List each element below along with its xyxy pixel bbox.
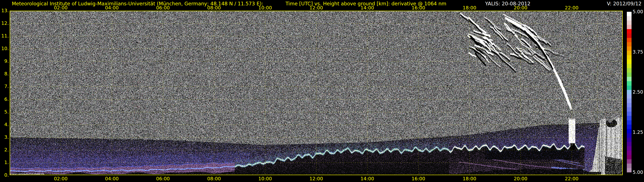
y-axis-label: 9. xyxy=(0,58,9,64)
colorbar-segment xyxy=(627,146,632,151)
x-axis-label-top: 02:00 xyxy=(48,5,74,10)
colorbar-segment xyxy=(627,151,632,155)
x-axis-label-bottom: 06:00 xyxy=(150,176,176,181)
x-axis-label-bottom: 10:00 xyxy=(252,176,278,181)
colorbar-segment xyxy=(627,125,632,129)
colorbar-label: 5.00 xyxy=(632,170,643,175)
colorbar-segment xyxy=(627,77,632,81)
colorbar-segment xyxy=(627,25,632,29)
colorbar-segment xyxy=(627,98,632,103)
y-axis-label: 13. xyxy=(0,8,9,13)
colorbar-segment xyxy=(627,164,632,168)
colorbar-label: 5.00 xyxy=(632,9,643,14)
x-axis-label-bottom: 16:00 xyxy=(406,176,431,181)
lidar-quicklook: Meteorological Institute of Ludwig-Maxim… xyxy=(0,0,644,182)
colorbar-segment xyxy=(627,73,632,77)
colorbar-segment xyxy=(627,142,632,146)
colorbar-segment xyxy=(627,38,632,42)
colorbar-segment xyxy=(627,51,632,55)
x-axis-label-bottom: 22:00 xyxy=(559,176,584,181)
y-axis-label: 2. xyxy=(0,147,9,153)
x-axis-label-top: 10:00 xyxy=(252,5,278,10)
lidar-heatmap-canvas xyxy=(10,11,623,175)
y-axis-label: 1. xyxy=(0,160,9,165)
x-axis-label-top: 04:00 xyxy=(99,5,125,10)
colorbar-segment xyxy=(627,42,632,46)
colorbar-segment xyxy=(627,55,632,60)
colorbar-segment xyxy=(627,12,632,16)
colorbar-label: 2.50 xyxy=(632,89,643,95)
colorbar-segment xyxy=(627,33,632,38)
colorbar-segment xyxy=(627,46,632,51)
x-axis-label-top: 22:00 xyxy=(559,5,584,10)
colorbar-segment xyxy=(627,94,632,98)
y-axis-label: 6. xyxy=(0,96,9,102)
colorbar-label: 1.25 xyxy=(632,130,643,135)
colorbar-segment xyxy=(627,155,632,159)
colorbar-segment xyxy=(627,103,632,107)
y-axis-label: 7. xyxy=(0,84,9,89)
x-axis-label-bottom: 12:00 xyxy=(303,176,329,181)
colorbar-segment xyxy=(627,20,632,25)
x-axis-label-top: 16:00 xyxy=(406,5,431,10)
y-axis-label: 10. xyxy=(0,46,9,51)
x-axis-label-top: 20:00 xyxy=(508,5,534,10)
colorbar xyxy=(627,12,632,172)
colorbar-segment xyxy=(627,81,632,86)
y-axis-label: 4. xyxy=(0,122,9,127)
y-axis-label: 8. xyxy=(0,71,9,77)
x-axis-label-top: 06:00 xyxy=(150,5,176,10)
y-axis-label: 5. xyxy=(0,109,9,115)
y-axis-label: 12. xyxy=(0,20,9,26)
colorbar-segment xyxy=(627,68,632,72)
colorbar-segment xyxy=(627,60,632,64)
colorbar-segment xyxy=(627,120,632,125)
x-axis-label-bottom: 04:00 xyxy=(99,176,125,181)
colorbar-segment xyxy=(627,129,632,133)
colorbar-label: 3.75 xyxy=(632,49,643,55)
colorbar-segment xyxy=(627,90,632,94)
x-axis-label-bottom: 18:00 xyxy=(456,176,482,181)
colorbar-segment xyxy=(627,111,632,116)
colorbar-segment xyxy=(627,16,632,20)
colorbar-segment xyxy=(627,116,632,120)
y-axis-label: 3. xyxy=(0,134,9,140)
colorbar-segment xyxy=(627,168,632,172)
version-label: V: 2012/09/12 xyxy=(607,1,642,6)
colorbar-segment xyxy=(627,138,632,142)
colorbar-segment xyxy=(627,159,632,164)
x-axis-label-top: 14:00 xyxy=(354,5,380,10)
colorbar-segment xyxy=(627,64,632,68)
x-axis-label-bottom: 14:00 xyxy=(354,176,380,181)
y-axis-label: 0. xyxy=(0,172,9,178)
x-axis-label-bottom: 20:00 xyxy=(508,176,534,181)
colorbar-segment xyxy=(627,29,632,33)
colorbar-segment xyxy=(627,107,632,111)
x-axis-label-bottom: 02:00 xyxy=(48,176,74,181)
x-axis-label-top: 18:00 xyxy=(456,5,482,10)
colorbar-segment xyxy=(627,86,632,90)
x-axis-label-top: 08:00 xyxy=(201,5,227,10)
y-axis-label: 11. xyxy=(0,33,9,39)
x-axis-label-bottom: 08:00 xyxy=(201,176,227,181)
colorbar-segment xyxy=(627,133,632,137)
x-axis-label-top: 12:00 xyxy=(303,5,329,10)
